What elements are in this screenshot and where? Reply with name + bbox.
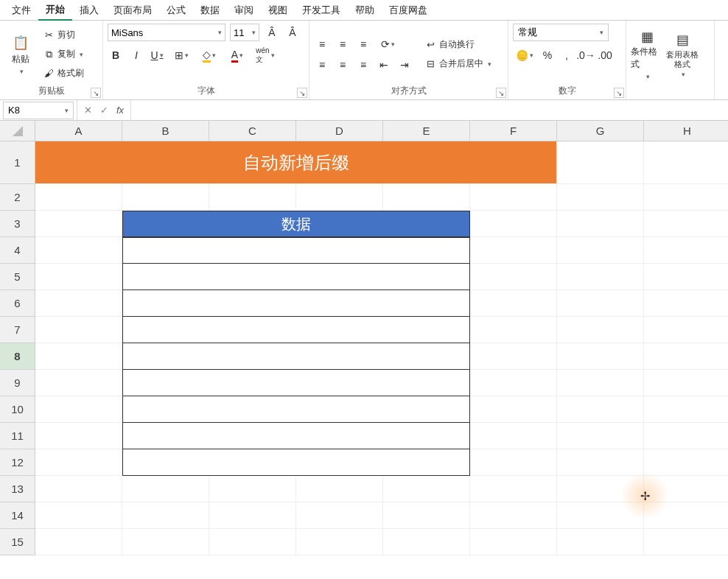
cell[interactable] — [383, 502, 470, 529]
cell[interactable] — [557, 317, 644, 343]
row-header-1[interactable]: 1 — [0, 141, 35, 184]
cell[interactable] — [296, 502, 383, 529]
currency-button[interactable]: 🪙 — [513, 47, 536, 63]
cell[interactable] — [470, 290, 557, 317]
cell[interactable] — [557, 370, 644, 396]
border-button[interactable]: ⊞ — [169, 47, 193, 63]
align-right-icon[interactable]: ≡ — [355, 57, 371, 73]
orientation-icon[interactable]: ⟳ — [376, 36, 399, 52]
cell[interactable] — [470, 529, 557, 555]
menu-formula[interactable]: 公式 — [159, 1, 193, 20]
indent-decrease-icon[interactable]: ⇤ — [376, 57, 392, 73]
cell[interactable] — [557, 449, 644, 476]
menu-insert[interactable]: 插入 — [72, 1, 106, 20]
pinyin-button[interactable]: wén文 — [253, 47, 277, 63]
cell[interactable] — [383, 184, 470, 211]
font-size-select[interactable]: 11▾ — [230, 24, 259, 41]
cell[interactable] — [644, 317, 728, 343]
cell[interactable] — [35, 423, 122, 449]
cell[interactable] — [557, 264, 644, 290]
row-header-11[interactable]: 11 — [0, 423, 35, 449]
fx-button[interactable]: fx — [113, 103, 127, 118]
row-header-6[interactable]: 6 — [0, 290, 35, 317]
formula-input[interactable] — [131, 102, 728, 119]
indent-increase-icon[interactable]: ⇥ — [396, 57, 413, 73]
column-header-G[interactable]: G — [557, 121, 644, 141]
cell[interactable] — [470, 396, 557, 423]
cell[interactable] — [122, 184, 209, 211]
conditional-format-button[interactable]: ▦ 条件格式 — [631, 28, 663, 81]
paste-button[interactable]: 📋 粘贴 — [4, 28, 37, 81]
bold-button[interactable]: B — [108, 47, 124, 63]
clipboard-dialog-launcher[interactable]: ↘ — [91, 88, 101, 98]
cell[interactable] — [557, 476, 644, 502]
cell[interactable] — [644, 264, 728, 290]
cell[interactable] — [644, 370, 728, 396]
cell[interactable] — [557, 423, 644, 449]
cell[interactable] — [644, 141, 728, 184]
cell[interactable] — [644, 396, 728, 423]
data-row[interactable] — [122, 317, 470, 343]
title-cell[interactable]: 自动新增后缀 — [35, 141, 557, 184]
row-header-4[interactable]: 4 — [0, 237, 35, 264]
cell[interactable] — [470, 184, 557, 211]
cell[interactable] — [644, 343, 728, 370]
row-header-14[interactable]: 14 — [0, 502, 35, 529]
menu-file[interactable]: 文件 — [4, 1, 38, 20]
data-row[interactable] — [122, 370, 470, 396]
menu-review[interactable]: 审阅 — [227, 1, 261, 20]
row-header-5[interactable]: 5 — [0, 264, 35, 290]
cell[interactable] — [35, 184, 122, 211]
data-row[interactable] — [122, 290, 470, 317]
formula-confirm-button[interactable]: ✓ — [97, 103, 111, 118]
alignment-dialog-launcher[interactable]: ↘ — [496, 88, 506, 98]
row-header-15[interactable]: 15 — [0, 529, 35, 555]
copy-button[interactable]: ⧉复制 — [40, 46, 87, 63]
data-row[interactable] — [122, 264, 470, 290]
format-painter-button[interactable]: 🖌格式刷 — [40, 66, 87, 82]
row-header-10[interactable]: 10 — [0, 396, 35, 423]
cell[interactable] — [35, 449, 122, 476]
data-header-cell[interactable]: 数据 — [122, 211, 470, 237]
row-header-8[interactable]: 8 — [0, 343, 35, 370]
number-dialog-launcher[interactable]: ↘ — [614, 88, 624, 98]
column-header-H[interactable]: H — [644, 121, 728, 141]
cell[interactable] — [35, 529, 122, 555]
column-header-E[interactable]: E — [383, 121, 470, 141]
cell[interactable] — [470, 317, 557, 343]
cell[interactable] — [557, 237, 644, 264]
column-header-F[interactable]: F — [470, 121, 557, 141]
column-header-A[interactable]: A — [35, 121, 122, 141]
cell[interactable] — [557, 529, 644, 555]
column-header-C[interactable]: C — [209, 121, 296, 141]
cell[interactable] — [35, 396, 122, 423]
cell[interactable] — [122, 529, 209, 555]
data-row[interactable] — [122, 396, 470, 423]
decrease-decimal-button[interactable]: .00 — [597, 47, 613, 63]
cell[interactable] — [35, 317, 122, 343]
cell[interactable] — [209, 184, 296, 211]
cell[interactable] — [557, 290, 644, 317]
decrease-font-icon[interactable]: Â — [284, 24, 301, 41]
data-row[interactable] — [122, 237, 470, 264]
underline-button[interactable]: U — [149, 47, 165, 63]
cell[interactable] — [209, 502, 296, 529]
cell[interactable] — [383, 529, 470, 555]
cell[interactable] — [470, 211, 557, 237]
cell[interactable] — [644, 211, 728, 237]
cell[interactable] — [35, 502, 122, 529]
cell[interactable] — [296, 476, 383, 502]
menu-view[interactable]: 视图 — [261, 1, 295, 20]
cell[interactable] — [122, 476, 209, 502]
column-header-D[interactable]: D — [296, 121, 383, 141]
menu-baidu[interactable]: 百度网盘 — [382, 1, 435, 20]
cell[interactable] — [557, 184, 644, 211]
number-format-select[interactable]: 常规▾ — [513, 24, 609, 41]
cell[interactable] — [644, 476, 728, 502]
cell[interactable] — [644, 184, 728, 211]
comma-button[interactable]: , — [559, 47, 575, 63]
cell[interactable] — [470, 237, 557, 264]
cell[interactable] — [470, 264, 557, 290]
cut-button[interactable]: ✂剪切 — [40, 27, 87, 43]
row-header-13[interactable]: 13 — [0, 476, 35, 502]
